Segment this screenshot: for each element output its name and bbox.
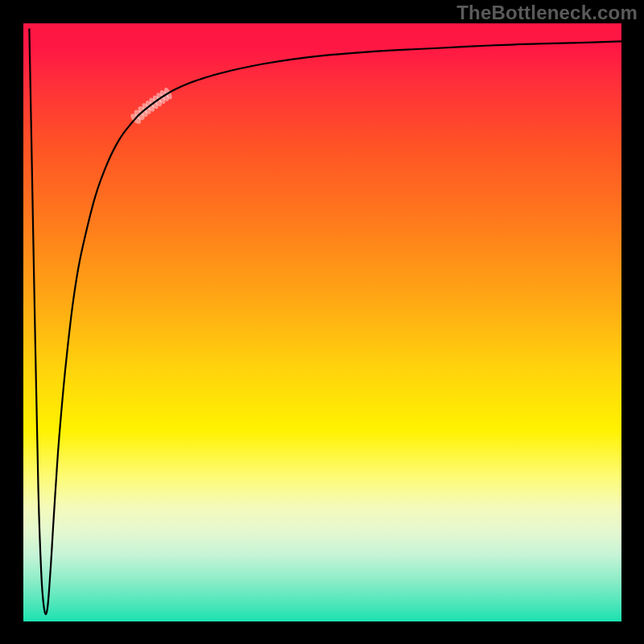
bottleneck-curve: [29, 29, 621, 614]
plot-area: [23, 23, 621, 621]
curve-layer: [23, 23, 621, 621]
highlight-segment: [129, 86, 174, 126]
watermark-text: TheBottleneck.com: [456, 2, 638, 24]
chart-frame: TheBottleneck.com: [0, 0, 644, 644]
